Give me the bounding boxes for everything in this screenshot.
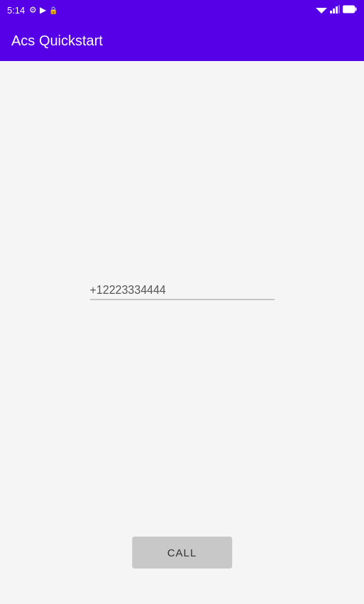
status-bar-left: 5:14 ⚙ ▶ 🔒 xyxy=(7,5,57,16)
status-bar: 5:14 ⚙ ▶ 🔒 xyxy=(0,0,364,20)
svg-rect-4 xyxy=(338,5,340,13)
svg-rect-1 xyxy=(330,11,332,13)
phone-input[interactable] xyxy=(90,280,275,300)
status-time: 5:14 xyxy=(7,5,25,16)
lock-icon: 🔒 xyxy=(49,6,57,14)
app-bar: Acs Quickstart xyxy=(0,20,364,61)
svg-rect-6 xyxy=(355,7,357,11)
signal-icon xyxy=(330,5,340,16)
app-title: Acs Quickstart xyxy=(11,33,103,49)
battery-icon xyxy=(343,5,357,16)
main-content: CALL xyxy=(0,61,364,604)
svg-rect-2 xyxy=(333,9,335,13)
gear-icon: ⚙ xyxy=(29,5,37,15)
svg-rect-5 xyxy=(343,6,355,13)
call-button-container: CALL xyxy=(132,537,233,569)
call-button[interactable]: CALL xyxy=(132,537,233,569)
wifi-icon xyxy=(316,5,327,16)
svg-rect-3 xyxy=(336,6,338,13)
status-icons-left: ⚙ ▶ 🔒 xyxy=(29,5,57,15)
phone-input-container xyxy=(90,280,275,300)
svg-marker-0 xyxy=(316,8,327,13)
status-icons-right xyxy=(316,5,357,16)
play-icon: ▶ xyxy=(40,5,46,15)
